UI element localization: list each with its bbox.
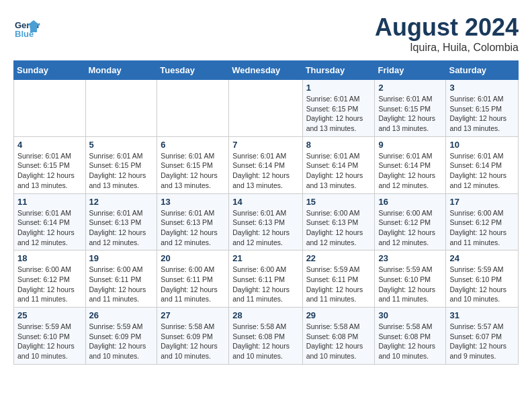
weekday-header-friday: Friday [375, 61, 446, 80]
calendar-cell: 17Sunrise: 6:00 AM Sunset: 6:12 PM Dayli… [446, 193, 519, 250]
week-row-4: 18Sunrise: 6:00 AM Sunset: 6:12 PM Dayli… [14, 250, 519, 308]
day-info: Sunrise: 5:59 AM Sunset: 6:10 PM Dayligh… [17, 322, 82, 361]
day-number: 23 [378, 253, 442, 263]
calendar-cell: 6Sunrise: 6:01 AM Sunset: 6:15 PM Daylig… [157, 136, 229, 193]
day-number: 15 [306, 197, 371, 207]
calendar-cell: 16Sunrise: 6:00 AM Sunset: 6:12 PM Dayli… [375, 193, 446, 250]
logo: General Blue [13, 13, 43, 40]
day-info: Sunrise: 6:01 AM Sunset: 6:15 PM Dayligh… [17, 151, 82, 191]
calendar-cell: 25Sunrise: 5:59 AM Sunset: 6:10 PM Dayli… [14, 308, 86, 365]
day-info: Sunrise: 5:59 AM Sunset: 6:11 PM Dayligh… [306, 265, 371, 304]
calendar-cell: 22Sunrise: 5:59 AM Sunset: 6:11 PM Dayli… [302, 250, 375, 308]
day-info: Sunrise: 6:00 AM Sunset: 6:11 PM Dayligh… [232, 265, 298, 304]
calendar-cell: 2Sunrise: 6:01 AM Sunset: 6:15 PM Daylig… [375, 80, 446, 137]
day-info: Sunrise: 6:01 AM Sunset: 6:13 PM Dayligh… [161, 208, 225, 248]
calendar-cell: 21Sunrise: 6:00 AM Sunset: 6:11 PM Dayli… [229, 250, 302, 308]
calendar-cell: 31Sunrise: 5:57 AM Sunset: 6:07 PM Dayli… [446, 308, 519, 365]
day-number: 2 [378, 83, 442, 93]
day-info: Sunrise: 5:59 AM Sunset: 6:09 PM Dayligh… [89, 322, 154, 361]
day-number: 29 [306, 310, 371, 320]
day-number: 22 [306, 253, 371, 263]
day-number: 6 [161, 140, 225, 150]
day-info: Sunrise: 5:58 AM Sunset: 6:08 PM Dayligh… [378, 322, 442, 361]
weekday-header-sunday: Sunday [14, 61, 86, 80]
day-number: 14 [232, 197, 298, 207]
day-info: Sunrise: 6:01 AM Sunset: 6:15 PM Dayligh… [449, 94, 515, 134]
day-number: 5 [89, 140, 154, 150]
day-info: Sunrise: 6:01 AM Sunset: 6:15 PM Dayligh… [161, 151, 225, 191]
calendar-body: 1Sunrise: 6:01 AM Sunset: 6:15 PM Daylig… [14, 80, 519, 365]
day-info: Sunrise: 6:01 AM Sunset: 6:14 PM Dayligh… [17, 208, 82, 248]
day-number: 3 [449, 83, 515, 93]
logo-icon: General Blue [13, 13, 40, 40]
week-row-2: 4Sunrise: 6:01 AM Sunset: 6:15 PM Daylig… [14, 136, 519, 193]
day-info: Sunrise: 6:00 AM Sunset: 6:12 PM Dayligh… [378, 208, 442, 248]
day-info: Sunrise: 6:01 AM Sunset: 6:14 PM Dayligh… [449, 151, 515, 191]
calendar-cell: 7Sunrise: 6:01 AM Sunset: 6:14 PM Daylig… [229, 136, 302, 193]
month-year-title: August 2024 [375, 13, 519, 42]
day-info: Sunrise: 5:58 AM Sunset: 6:08 PM Dayligh… [232, 322, 298, 361]
day-number: 20 [161, 253, 225, 263]
day-number: 13 [161, 197, 225, 207]
day-info: Sunrise: 6:00 AM Sunset: 6:12 PM Dayligh… [17, 265, 82, 304]
calendar-cell: 28Sunrise: 5:58 AM Sunset: 6:08 PM Dayli… [229, 308, 302, 365]
calendar-cell: 4Sunrise: 6:01 AM Sunset: 6:15 PM Daylig… [14, 136, 86, 193]
weekday-header-wednesday: Wednesday [229, 61, 302, 80]
calendar-cell: 12Sunrise: 6:01 AM Sunset: 6:13 PM Dayli… [85, 193, 157, 250]
day-number: 19 [89, 253, 154, 263]
day-number: 1 [306, 83, 371, 93]
day-info: Sunrise: 5:58 AM Sunset: 6:08 PM Dayligh… [306, 322, 371, 361]
day-info: Sunrise: 6:01 AM Sunset: 6:15 PM Dayligh… [89, 151, 154, 191]
day-number: 9 [378, 140, 442, 150]
day-number: 7 [232, 140, 298, 150]
day-number: 26 [89, 310, 154, 320]
day-info: Sunrise: 5:57 AM Sunset: 6:07 PM Dayligh… [449, 322, 515, 361]
day-info: Sunrise: 6:01 AM Sunset: 6:15 PM Dayligh… [378, 94, 442, 134]
day-number: 24 [449, 253, 515, 263]
calendar-cell: 24Sunrise: 5:59 AM Sunset: 6:10 PM Dayli… [446, 250, 519, 308]
day-info: Sunrise: 5:59 AM Sunset: 6:10 PM Dayligh… [449, 265, 515, 304]
calendar-cell [14, 80, 86, 137]
day-number: 28 [232, 310, 298, 320]
calendar-table: SundayMondayTuesdayWednesdayThursdayFrid… [13, 60, 519, 365]
location-subtitle: Iquira, Huila, Colombia [375, 42, 519, 54]
title-area: August 2024 Iquira, Huila, Colombia [375, 13, 519, 54]
calendar-cell: 30Sunrise: 5:58 AM Sunset: 6:08 PM Dayli… [375, 308, 446, 365]
day-number: 27 [161, 310, 225, 320]
day-number: 17 [449, 197, 515, 207]
calendar-cell: 18Sunrise: 6:00 AM Sunset: 6:12 PM Dayli… [14, 250, 86, 308]
calendar-cell [85, 80, 157, 137]
calendar-cell: 14Sunrise: 6:01 AM Sunset: 6:13 PM Dayli… [229, 193, 302, 250]
day-info: Sunrise: 6:00 AM Sunset: 6:11 PM Dayligh… [89, 265, 154, 304]
day-number: 16 [378, 197, 442, 207]
weekday-header-row: SundayMondayTuesdayWednesdayThursdayFrid… [14, 61, 519, 80]
calendar-cell: 5Sunrise: 6:01 AM Sunset: 6:15 PM Daylig… [85, 136, 157, 193]
calendar-cell: 13Sunrise: 6:01 AM Sunset: 6:13 PM Dayli… [157, 193, 229, 250]
calendar-cell: 23Sunrise: 5:59 AM Sunset: 6:10 PM Dayli… [375, 250, 446, 308]
week-row-1: 1Sunrise: 6:01 AM Sunset: 6:15 PM Daylig… [14, 80, 519, 137]
page-header: General Blue August 2024 Iquira, Huila, … [13, 13, 519, 54]
weekday-header-saturday: Saturday [446, 61, 519, 80]
calendar-cell: 11Sunrise: 6:01 AM Sunset: 6:14 PM Dayli… [14, 193, 86, 250]
weekday-header-monday: Monday [85, 61, 157, 80]
day-info: Sunrise: 6:01 AM Sunset: 6:14 PM Dayligh… [378, 151, 442, 191]
day-info: Sunrise: 6:01 AM Sunset: 6:14 PM Dayligh… [306, 151, 371, 191]
day-number: 12 [89, 197, 154, 207]
calendar-cell: 29Sunrise: 5:58 AM Sunset: 6:08 PM Dayli… [302, 308, 375, 365]
calendar-cell: 20Sunrise: 6:00 AM Sunset: 6:11 PM Dayli… [157, 250, 229, 308]
day-info: Sunrise: 6:01 AM Sunset: 6:15 PM Dayligh… [306, 94, 371, 134]
calendar-cell: 27Sunrise: 5:58 AM Sunset: 6:09 PM Dayli… [157, 308, 229, 365]
day-info: Sunrise: 6:01 AM Sunset: 6:13 PM Dayligh… [232, 208, 298, 248]
day-info: Sunrise: 6:00 AM Sunset: 6:13 PM Dayligh… [306, 208, 371, 248]
week-row-3: 11Sunrise: 6:01 AM Sunset: 6:14 PM Dayli… [14, 193, 519, 250]
day-info: Sunrise: 6:00 AM Sunset: 6:12 PM Dayligh… [449, 208, 515, 248]
day-number: 30 [378, 310, 442, 320]
calendar-cell [157, 80, 229, 137]
calendar-cell: 3Sunrise: 6:01 AM Sunset: 6:15 PM Daylig… [446, 80, 519, 137]
day-info: Sunrise: 5:59 AM Sunset: 6:10 PM Dayligh… [378, 265, 442, 304]
calendar-cell [229, 80, 302, 137]
calendar-cell: 15Sunrise: 6:00 AM Sunset: 6:13 PM Dayli… [302, 193, 375, 250]
calendar-cell: 10Sunrise: 6:01 AM Sunset: 6:14 PM Dayli… [446, 136, 519, 193]
weekday-header-tuesday: Tuesday [157, 61, 229, 80]
calendar-cell: 8Sunrise: 6:01 AM Sunset: 6:14 PM Daylig… [302, 136, 375, 193]
